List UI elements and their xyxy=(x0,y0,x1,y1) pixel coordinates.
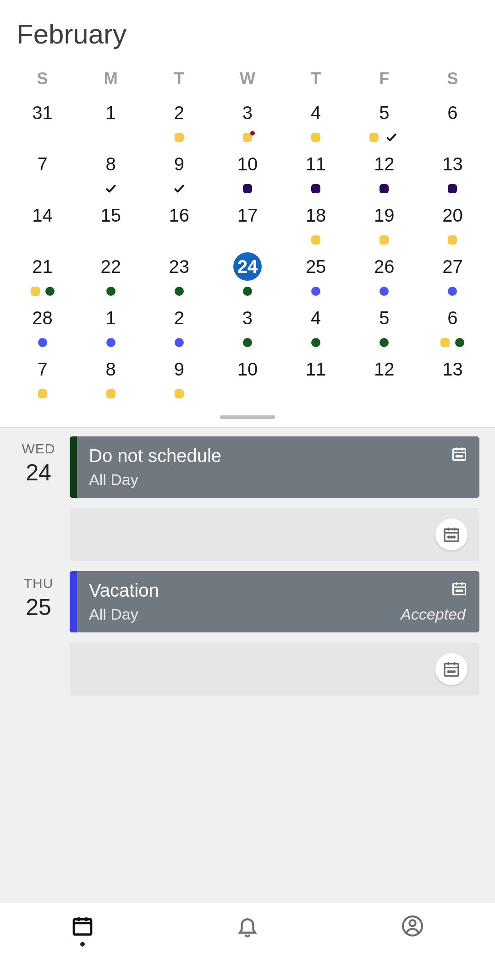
event-dot-icon xyxy=(380,184,389,193)
agenda-date: THU25 xyxy=(16,571,61,621)
event-body: Do not scheduleAll Day xyxy=(77,436,479,498)
day-cell[interactable]: 12 xyxy=(350,351,418,403)
day-number: 16 xyxy=(165,201,193,229)
event-dot-icon xyxy=(380,338,389,347)
day-cell[interactable]: 6 xyxy=(418,300,487,351)
schedule-icon[interactable] xyxy=(435,653,468,685)
day-cell[interactable]: 23 xyxy=(145,249,213,300)
event-dot-icon xyxy=(448,184,457,193)
event-stripe xyxy=(70,436,77,498)
event-dot-icon xyxy=(311,287,320,296)
dow-label: F xyxy=(350,63,418,95)
event-subtext: All Day xyxy=(89,471,138,489)
nav-profile[interactable] xyxy=(394,915,431,937)
event-stripe xyxy=(70,571,77,632)
empty-slot-card[interactable] xyxy=(70,508,479,561)
day-cell[interactable]: 9 xyxy=(145,351,213,403)
bell-icon xyxy=(236,915,259,937)
day-cell[interactable]: 5 xyxy=(350,95,418,146)
day-cell[interactable]: 27 xyxy=(418,249,487,300)
day-dots xyxy=(106,337,116,348)
day-cell[interactable]: 22 xyxy=(77,249,145,300)
dow-label: W xyxy=(213,63,281,95)
day-cell[interactable]: 11 xyxy=(282,351,350,403)
day-cell[interactable]: 2 xyxy=(145,95,213,146)
day-cell[interactable]: 9 xyxy=(145,146,213,197)
day-cell[interactable]: 13 xyxy=(418,351,487,403)
day-cell[interactable]: 24 xyxy=(213,249,281,300)
day-cell[interactable]: 12 xyxy=(350,146,418,197)
nav-alerts[interactable] xyxy=(229,915,266,937)
day-number: 20 xyxy=(438,201,467,229)
day-cell[interactable]: 18 xyxy=(282,197,350,249)
day-cell[interactable]: 28 xyxy=(8,300,77,351)
calendar-icon xyxy=(71,915,94,937)
day-number: 4 xyxy=(302,304,330,332)
day-cell[interactable]: 20 xyxy=(418,197,487,249)
checkmark-icon xyxy=(104,183,118,195)
agenda-row: THU25VacationAll DayAccepted xyxy=(16,571,479,696)
day-cell[interactable]: 16 xyxy=(145,197,213,249)
empty-slot-card[interactable] xyxy=(70,642,479,696)
day-cell[interactable]: 1 xyxy=(77,300,145,351)
day-cell[interactable]: 6 xyxy=(418,95,487,146)
day-cell[interactable]: 8 xyxy=(77,146,145,197)
day-cell[interactable]: 17 xyxy=(213,197,281,249)
day-cell[interactable]: 5 xyxy=(350,300,418,351)
event-dot-icon xyxy=(311,338,320,347)
svg-point-2 xyxy=(459,456,460,457)
nav-calendar[interactable] xyxy=(64,915,101,947)
week-row: 31123456 xyxy=(8,95,487,146)
agenda-day-number: 24 xyxy=(16,459,61,486)
day-number: 3 xyxy=(233,304,262,332)
day-cell[interactable]: 4 xyxy=(282,300,350,351)
day-number: 4 xyxy=(302,98,330,127)
event-card[interactable]: VacationAll DayAccepted xyxy=(70,571,479,632)
day-dots xyxy=(243,183,252,195)
event-dot-icon xyxy=(175,389,184,398)
day-cell[interactable]: 21 xyxy=(8,249,77,300)
day-cell[interactable]: 8 xyxy=(77,351,145,403)
day-cell[interactable]: 13 xyxy=(418,146,487,197)
event-card[interactable]: Do not scheduleAll Day xyxy=(70,436,479,498)
calendar-more-icon xyxy=(451,446,468,462)
event-body: VacationAll DayAccepted xyxy=(77,571,479,632)
day-number: 12 xyxy=(370,355,398,383)
day-dots xyxy=(38,388,47,400)
day-number: 23 xyxy=(165,252,193,281)
event-title: Vacation xyxy=(89,580,466,601)
day-number: 22 xyxy=(97,252,125,281)
day-cell[interactable]: 31 xyxy=(8,95,77,146)
day-cell[interactable]: 10 xyxy=(213,351,281,403)
day-number: 25 xyxy=(302,252,330,281)
day-cell[interactable]: 14 xyxy=(8,197,77,249)
event-dot-icon xyxy=(448,235,457,245)
day-cell[interactable]: 1 xyxy=(77,95,145,146)
day-cell[interactable]: 19 xyxy=(350,197,418,249)
schedule-icon[interactable] xyxy=(435,518,468,550)
dow-label: S xyxy=(418,63,487,95)
svg-point-5 xyxy=(448,536,450,538)
day-cell[interactable]: 3 xyxy=(213,300,281,351)
day-number: 12 xyxy=(370,150,398,178)
event-dot-icon xyxy=(38,389,47,398)
day-cell[interactable]: 11 xyxy=(282,146,350,197)
day-cell[interactable]: 3 xyxy=(213,95,281,146)
day-cell[interactable]: 2 xyxy=(145,300,213,351)
svg-point-9 xyxy=(456,590,457,592)
event-dot-icon xyxy=(106,389,116,398)
svg-point-7 xyxy=(453,536,455,538)
day-cell[interactable]: 10 xyxy=(213,146,281,197)
day-number: 24 xyxy=(233,252,262,281)
day-cell[interactable]: 25 xyxy=(282,249,350,300)
day-cell[interactable]: 7 xyxy=(8,351,77,403)
day-number: 10 xyxy=(233,150,262,178)
day-dots xyxy=(448,285,457,297)
day-cell[interactable]: 26 xyxy=(350,249,418,300)
day-cell[interactable]: 7 xyxy=(8,146,77,197)
day-number: 10 xyxy=(233,355,262,383)
calendar-more-icon xyxy=(451,580,468,597)
day-cell[interactable]: 15 xyxy=(77,197,145,249)
drag-handle-icon[interactable] xyxy=(220,415,275,419)
day-cell[interactable]: 4 xyxy=(282,95,350,146)
